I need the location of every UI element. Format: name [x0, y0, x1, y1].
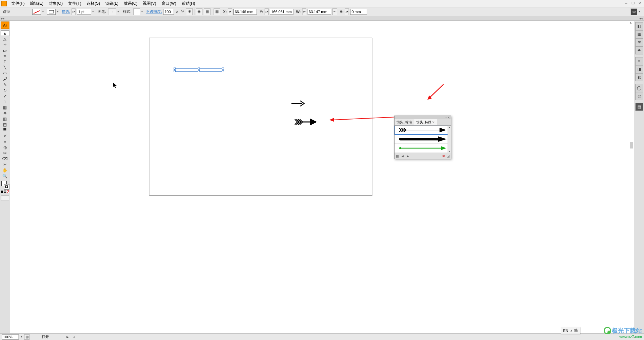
- swatches-panel-icon[interactable]: ▦: [635, 30, 643, 38]
- zoom-dropdown-icon[interactable]: ▾: [21, 335, 22, 338]
- simple-arrow-shape[interactable]: [291, 99, 306, 109]
- fill-swatch[interactable]: [32, 9, 41, 15]
- stroke-link[interactable]: 描边:: [62, 9, 70, 14]
- stroke-swatch[interactable]: [47, 9, 56, 15]
- gradient-tool[interactable]: ▀: [1, 127, 9, 133]
- paintbrush-tool[interactable]: 🖌: [1, 76, 9, 82]
- style-preview[interactable]: [133, 8, 140, 15]
- link-wh-icon[interactable]: ⚯: [332, 8, 337, 15]
- collapse-right-icon[interactable]: ◂◂: [638, 17, 644, 20]
- menu-type[interactable]: 文字(T): [65, 1, 84, 6]
- color-swatches[interactable]: [1, 180, 9, 189]
- ime-lang[interactable]: EN: [563, 329, 568, 333]
- fletched-arrow-shape[interactable]: [294, 118, 318, 127]
- appearance-panel-icon[interactable]: ◯: [635, 84, 643, 92]
- hand-tool[interactable]: ✋: [1, 167, 9, 173]
- rectangle-tool[interactable]: ▭: [1, 70, 9, 76]
- brush-delete-icon[interactable]: ✕: [442, 154, 445, 158]
- stroke-panel-icon[interactable]: ≡: [635, 57, 643, 65]
- type-tool[interactable]: T: [1, 59, 9, 65]
- x-input[interactable]: [233, 9, 257, 15]
- brush-libraries-icon[interactable]: ▦: [396, 154, 399, 158]
- align-icon[interactable]: ◉: [196, 8, 202, 15]
- brush-dropdown-icon[interactable]: ▾: [118, 10, 121, 13]
- menu-effect[interactable]: 效果(C): [121, 1, 140, 6]
- screen-mode-tool[interactable]: [1, 196, 9, 201]
- ime-language-bar[interactable]: EN ♪ 简: [561, 327, 580, 334]
- graphic-styles-panel-icon[interactable]: ◎: [635, 92, 643, 100]
- reference-point-icon[interactable]: ▩: [214, 8, 220, 15]
- opacity-input[interactable]: [163, 9, 174, 15]
- menu-object[interactable]: 对象(O): [46, 1, 65, 6]
- screen-mode-icon[interactable]: ▭: [631, 8, 637, 15]
- direct-selection-tool[interactable]: △: [1, 36, 9, 42]
- gradient-panel-icon[interactable]: ◨: [635, 65, 643, 73]
- y-stepper[interactable]: ▴▾: [265, 8, 269, 15]
- menu-edit[interactable]: 编辑(E): [27, 1, 46, 6]
- symbols-panel-icon[interactable]: ☘: [635, 46, 643, 54]
- pencil-tool[interactable]: ✎: [1, 82, 9, 87]
- rotate-tool[interactable]: ↻: [1, 87, 9, 93]
- lasso-tool[interactable]: ᔕ: [1, 47, 9, 53]
- tab-arrows-special[interactable]: 箭头_特殊✕: [414, 119, 438, 125]
- line-tool[interactable]: ╲: [1, 65, 9, 70]
- eraser-tool[interactable]: ⌫: [1, 156, 9, 162]
- live-paint-tool[interactable]: ◍: [1, 144, 9, 150]
- brush-list-scrollbar[interactable]: ▴▾: [448, 126, 451, 153]
- mesh-tool[interactable]: ▤: [1, 122, 9, 127]
- graph-tool[interactable]: ▥: [1, 116, 9, 122]
- vscroll-up-icon[interactable]: ▲: [629, 21, 633, 25]
- close-button[interactable]: ✕: [637, 1, 643, 5]
- brush-preview[interactable]: →: [108, 8, 116, 15]
- scroll-down-icon[interactable]: ▾: [449, 150, 450, 153]
- brush-row-thick-black[interactable]: [395, 135, 451, 144]
- brush-prev-icon[interactable]: ◄: [401, 154, 404, 158]
- h-input[interactable]: [350, 9, 367, 15]
- recolor-artwork-icon[interactable]: ✺: [186, 8, 193, 15]
- transform-panel-icon[interactable]: ▦: [204, 8, 211, 15]
- warp-tool[interactable]: ⌇: [1, 99, 9, 104]
- collapse-left-icon[interactable]: ▸▸: [0, 17, 6, 20]
- zoom-tool[interactable]: 🔍: [1, 173, 9, 179]
- menu-window[interactable]: 窗口(W): [159, 1, 179, 6]
- free-transform-tool[interactable]: ▦: [1, 104, 9, 110]
- scroll-up-icon[interactable]: ▴: [449, 126, 450, 129]
- x-stepper[interactable]: ▴▾: [228, 8, 232, 15]
- fill-dropdown-icon[interactable]: ▾: [42, 10, 46, 13]
- stroke-weight-input[interactable]: [77, 9, 91, 15]
- h-stepper[interactable]: ▴▾: [345, 8, 349, 15]
- panel-minimize-icon[interactable]: —: [442, 116, 445, 119]
- slice-tool[interactable]: ✂: [1, 150, 9, 156]
- status-menu-icon[interactable]: ▶: [66, 335, 69, 339]
- layers-panel-icon[interactable]: ▤: [635, 103, 643, 111]
- stroke-color-swatch[interactable]: [4, 184, 9, 189]
- brush-next-icon[interactable]: ►: [406, 154, 410, 158]
- style-dropdown-icon[interactable]: ▾: [141, 10, 145, 13]
- navigator-icon[interactable]: ▥: [24, 334, 30, 340]
- panel-close-icon[interactable]: ✕: [448, 116, 450, 119]
- stroke-weight-stepper[interactable]: ▴▾: [72, 8, 76, 15]
- transparency-panel-icon[interactable]: ◐: [635, 73, 643, 81]
- selection-tool[interactable]: ▲: [1, 30, 9, 36]
- selection-bounding-box[interactable]: [174, 68, 223, 72]
- ime-mode[interactable]: 简: [574, 328, 578, 333]
- stroke-dropdown-icon[interactable]: ▾: [57, 10, 60, 13]
- ime-icon[interactable]: ♪: [570, 329, 572, 333]
- blend-tool[interactable]: ⚭: [1, 139, 9, 144]
- tab-close-icon[interactable]: ✕: [432, 121, 435, 124]
- minimize-button[interactable]: ━: [623, 1, 629, 5]
- brush-panel[interactable]: — ▪ ✕ 箭头_标准 箭头_特殊✕ ▴▾ ▦: [394, 116, 451, 159]
- zoom-input[interactable]: [2, 334, 19, 340]
- w-input[interactable]: [308, 9, 331, 15]
- canvas[interactable]: ▲: [10, 21, 634, 333]
- menu-file[interactable]: 文件(F): [9, 1, 27, 6]
- brush-row-fletched-black[interactable]: [395, 126, 451, 135]
- brushes-panel-icon[interactable]: ≋: [635, 38, 643, 46]
- symbol-sprayer-tool[interactable]: ❋: [1, 110, 9, 116]
- brush-resize-icon[interactable]: ◢: [447, 154, 450, 158]
- menu-view[interactable]: 视图(V): [140, 1, 159, 6]
- pen-tool[interactable]: ✒: [1, 53, 9, 59]
- vscroll-thumb[interactable]: [630, 142, 633, 148]
- menu-filter[interactable]: 滤镜(L): [103, 1, 121, 6]
- stroke-weight-dropdown-icon[interactable]: ▾: [92, 10, 96, 13]
